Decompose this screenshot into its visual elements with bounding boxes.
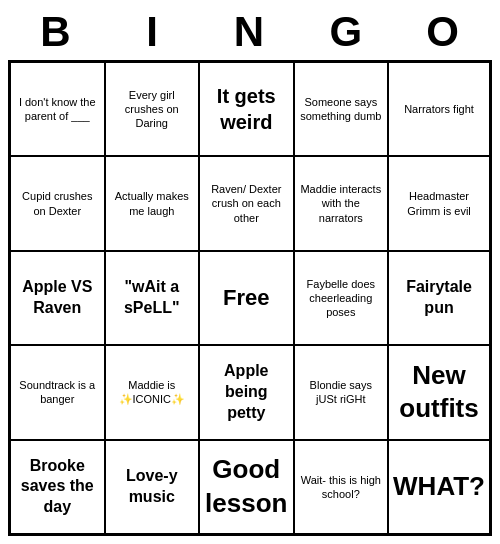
title-o: O bbox=[395, 8, 492, 56]
bingo-cell-18: Blondie says jUSt riGHt bbox=[294, 345, 389, 439]
bingo-cell-24: WHAT? bbox=[388, 440, 490, 534]
bingo-cell-5: Cupid crushes on Dexter bbox=[10, 156, 105, 250]
bingo-cell-8: Maddie interacts with the narrators bbox=[294, 156, 389, 250]
bingo-cell-22: Good lesson bbox=[199, 440, 294, 534]
bingo-cell-15: Soundtrack is a banger bbox=[10, 345, 105, 439]
title-n: N bbox=[202, 8, 299, 56]
bingo-cell-1: Every girl crushes on Daring bbox=[105, 62, 200, 156]
bingo-cell-9: Headmaster Grimm is evil bbox=[388, 156, 490, 250]
bingo-cell-21: Love-y music bbox=[105, 440, 200, 534]
title-i: I bbox=[105, 8, 202, 56]
bingo-cell-2: It gets weird bbox=[199, 62, 294, 156]
bingo-cell-6: Actually makes me laugh bbox=[105, 156, 200, 250]
bingo-cell-14: Fairytale pun bbox=[388, 251, 490, 345]
bingo-cell-19: New outfits bbox=[388, 345, 490, 439]
bingo-cell-0: I don't know the parent of ___ bbox=[10, 62, 105, 156]
bingo-title: B I N G O bbox=[8, 8, 492, 56]
bingo-cell-3: Someone says something dumb bbox=[294, 62, 389, 156]
bingo-cell-13: Faybelle does cheerleading poses bbox=[294, 251, 389, 345]
title-b: B bbox=[8, 8, 105, 56]
bingo-grid: I don't know the parent of ___Every girl… bbox=[8, 60, 492, 536]
bingo-cell-12: Free bbox=[199, 251, 294, 345]
bingo-cell-16: Maddie is ✨ICONIC✨ bbox=[105, 345, 200, 439]
bingo-cell-7: Raven/ Dexter crush on each other bbox=[199, 156, 294, 250]
bingo-cell-20: Brooke saves the day bbox=[10, 440, 105, 534]
title-g: G bbox=[298, 8, 395, 56]
bingo-cell-10: Apple VS Raven bbox=[10, 251, 105, 345]
bingo-cell-4: Narrators fight bbox=[388, 62, 490, 156]
bingo-cell-23: Wait- this is high school? bbox=[294, 440, 389, 534]
bingo-cell-11: "wAit a sPeLL" bbox=[105, 251, 200, 345]
bingo-cell-17: Apple being petty bbox=[199, 345, 294, 439]
